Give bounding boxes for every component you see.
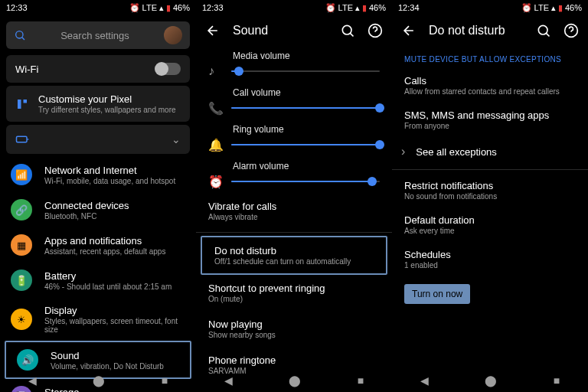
item-title: Network and Internet	[44, 165, 185, 176]
nav-back[interactable]: ◀	[28, 374, 37, 387]
settings-item[interactable]: 🔗Connected devicesBluetooth, NFC	[0, 192, 196, 227]
svg-point-6	[538, 25, 547, 34]
item-title: Default duration	[404, 214, 576, 226]
item-icon: ▦	[11, 234, 32, 256]
item-icon: 🔋	[11, 270, 32, 291]
item-sub: No sound from notifications	[404, 192, 576, 201]
item-title: Restrict notifications	[404, 180, 576, 191]
search-bar[interactable]: Search settings	[6, 21, 190, 49]
see-all-exceptions[interactable]: › See all exceptions	[392, 137, 588, 166]
sound-item[interactable]: Now playingShow nearby songs	[196, 311, 392, 347]
item-title: Apps and notifications	[44, 235, 185, 247]
dnd-panel: 12:34 ⏰LTE▴▮46% Do not disturb MUTE DEVI…	[392, 0, 588, 392]
settings-item[interactable]: ▦Apps and notificationsAssistant, recent…	[0, 227, 196, 263]
item-title: Connected devices	[44, 200, 185, 211]
slider-track[interactable]	[231, 144, 380, 145]
settings-item[interactable]: ☀DisplayStyles, wallpapers, screen timeo…	[0, 298, 196, 341]
nav-back[interactable]: ◀	[224, 374, 233, 387]
item-sub: Always vibrate	[208, 213, 380, 221]
status-bar: 12:33 ⏰LTE▴▮46%	[196, 0, 392, 15]
battery-pct: 46%	[173, 3, 190, 12]
item-title: Battery	[44, 270, 185, 282]
section-header: MUTE DEVICE BUT ALLOW EXCEPTIONS	[392, 46, 588, 68]
lte-label: LTE	[142, 3, 157, 12]
nav-home[interactable]: ⬤	[289, 374, 301, 387]
dnd-item[interactable]: Schedules1 enabled	[392, 242, 588, 276]
item-title: SMS, MMS and messaging apps	[404, 109, 576, 121]
back-icon[interactable]	[205, 23, 220, 38]
alarm-icon: ⏰	[325, 3, 336, 13]
settings-item[interactable]: 🔋Battery46% - Should last until about 2:…	[0, 263, 196, 298]
search-icon[interactable]	[536, 23, 551, 38]
item-sub: Off/1 schedule can turn on automatically	[214, 257, 374, 266]
svg-rect-2	[24, 100, 28, 103]
help-icon[interactable]	[368, 23, 383, 38]
header: Sound	[196, 15, 392, 46]
dnd-item[interactable]: CallsAllow from starred contacts and rep…	[392, 68, 588, 103]
battery-icon	[15, 132, 29, 146]
item-sub: From anyone	[404, 122, 576, 130]
clock: 12:33	[202, 3, 224, 12]
battery-card[interactable]: ⌄	[6, 125, 190, 154]
item-icon: 🔗	[11, 199, 32, 220]
dnd-item[interactable]: Restrict notificationsNo sound from noti…	[392, 173, 588, 207]
customise-card[interactable]: Customise your Pixel Try different style…	[6, 86, 190, 122]
alarm-icon: ⏰	[129, 3, 140, 13]
sound-item[interactable]: Do not disturbOff/1 schedule can turn on…	[201, 236, 387, 275]
back-icon[interactable]	[401, 23, 416, 38]
nav-recent[interactable]: ■	[554, 374, 560, 387]
sound-item[interactable]: Vibrate for callsAlways vibrate	[196, 193, 392, 229]
item-title: Do not disturb	[214, 245, 374, 256]
item-title: Now playing	[208, 318, 380, 330]
help-icon[interactable]	[564, 23, 579, 38]
nav-bar: ◀ ⬤ ■	[0, 369, 196, 392]
slider-icon: ♪	[208, 64, 222, 78]
search-icon[interactable]	[340, 23, 355, 38]
volume-slider: Ring volume🔔	[196, 119, 392, 156]
svg-point-0	[16, 31, 23, 38]
wifi-toggle[interactable]	[156, 63, 181, 75]
slider-track[interactable]	[231, 70, 380, 72]
slider-track[interactable]	[231, 107, 380, 109]
dnd-item[interactable]: Default durationAsk every time	[392, 207, 588, 242]
clock: 12:33	[6, 3, 28, 12]
wifi-card[interactable]: Wi-Fi	[6, 55, 190, 83]
divider	[392, 169, 588, 170]
item-sub: 1 enabled	[404, 261, 576, 270]
customise-sub: Try different styles, wallpapers and mor…	[38, 106, 181, 114]
item-title: Vibrate for calls	[208, 201, 380, 212]
item-icon: 🔊	[17, 349, 38, 371]
item-title: Display	[44, 305, 185, 316]
item-sub: Assistant, recent apps, default apps	[44, 247, 185, 256]
nav-recent[interactable]: ■	[162, 374, 168, 387]
nav-recent[interactable]: ■	[358, 374, 364, 387]
sound-item[interactable]: Shortcut to prevent ringingOn (mute)	[196, 275, 392, 311]
slider-track[interactable]	[231, 181, 380, 182]
settings-item[interactable]: 📶Network and InternetWi-Fi, mobile, data…	[0, 157, 196, 192]
nav-back[interactable]: ◀	[420, 374, 429, 387]
item-icon: ☀	[11, 309, 32, 330]
svg-rect-3	[17, 136, 28, 142]
item-sub: Allow from starred contacts and repeat c…	[404, 87, 576, 96]
nav-bar: ◀ ⬤ ■	[392, 369, 588, 392]
turn-on-button[interactable]: Turn on now	[404, 284, 470, 304]
dnd-item[interactable]: SMS, MMS and messaging appsFrom anyone	[392, 103, 588, 137]
nav-home[interactable]: ⬤	[93, 374, 105, 387]
nav-home[interactable]: ⬤	[485, 374, 497, 387]
settings-panel: 12:33 ⏰ LTE ▴ ▮ 46% Search settings Wi-F…	[0, 0, 196, 392]
item-icon: 📶	[11, 164, 32, 185]
avatar[interactable]	[164, 26, 182, 44]
svg-point-4	[342, 25, 351, 34]
item-sub: Show nearby songs	[208, 331, 380, 339]
page-title: Sound	[233, 24, 328, 38]
alarm-icon: ⏰	[521, 3, 532, 13]
item-title: Calls	[404, 75, 576, 87]
page-title: Do not disturb	[429, 24, 524, 38]
nav-bar: ◀ ⬤ ■	[196, 369, 392, 392]
clock: 12:34	[398, 3, 420, 12]
volume-slider: Media volume♪	[196, 46, 392, 83]
item-sub: Bluetooth, NFC	[44, 212, 185, 220]
slider-label: Ring volume	[233, 124, 380, 135]
item-sub: Styles, wallpapers, screen timeout, font…	[44, 317, 185, 334]
slider-icon: ⏰	[208, 175, 222, 188]
